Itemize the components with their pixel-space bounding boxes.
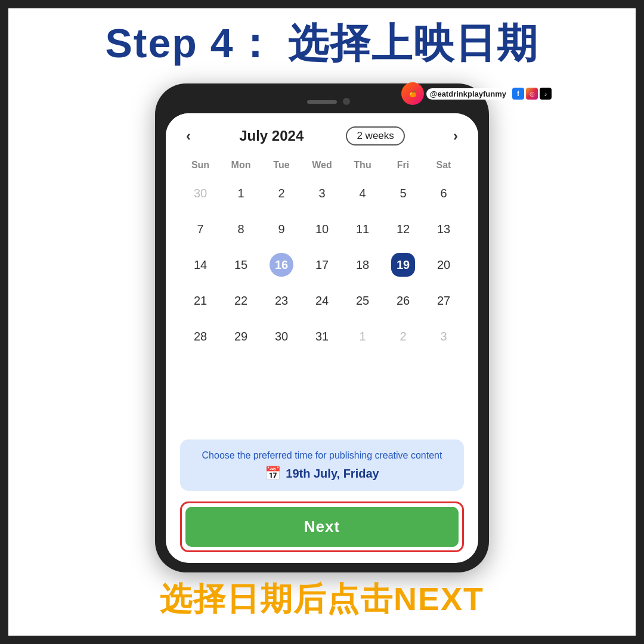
calendar-day-30-prev[interactable]: 30 [180,177,221,210]
social-badge: 🍊 @eatdrinkplayfunmy f ◎ ♪ [401,82,552,105]
calendar-day-13[interactable]: 13 [423,212,464,246]
calendar-day-2-next[interactable]: 2 [383,320,423,353]
calendar-day-14[interactable]: 14 [180,248,221,281]
calendar-day-18[interactable]: 18 [342,248,383,281]
calendar-day-21[interactable]: 21 [180,284,221,317]
calendar-day-10[interactable]: 10 [302,212,342,246]
calendar-day-11[interactable]: 11 [342,212,383,246]
calendar-icon: 📅 [265,466,281,481]
weekday-mon: Mon [221,157,261,173]
social-handle: @eatdrinkplayfunmy [426,88,510,100]
calendar-day-3[interactable]: 3 [302,177,342,210]
calendar-day-2[interactable]: 2 [261,177,302,210]
calendar-day-3-next[interactable]: 3 [423,320,464,353]
info-box: Choose the preferred time for publishing… [180,439,464,491]
page-title: Step 4： 选择上映日期 [0,17,644,71]
social-icons: f ◎ ♪ [512,88,552,100]
weekday-wed: Wed [302,157,342,173]
weekday-sun: Sun [180,157,221,173]
tiktok-icon: ♪ [540,88,552,100]
next-button-area: Next [180,501,464,552]
calendar-day-16-selected[interactable]: 16 [261,248,302,281]
weekdays-row: Sun Mon Tue Wed Thu Fri Sat [180,157,464,173]
phone-screen: ‹ July 2024 2 weeks › Sun Mon Tue Wed Th… [166,113,478,563]
calendar-day-8[interactable]: 8 [221,212,261,246]
calendar-container: ‹ July 2024 2 weeks › Sun Mon Tue Wed Th… [166,113,478,434]
weekday-tue: Tue [261,157,302,173]
calendar-day-26[interactable]: 26 [383,284,423,317]
calendar-day-29[interactable]: 29 [221,320,261,353]
calendar-month: July 2024 [239,128,304,144]
calendar-grid: Sun Mon Tue Wed Thu Fri Sat 30 1 2 3 4 5 [180,157,464,353]
calendar-day-23[interactable]: 23 [261,284,302,317]
phone-camera [343,98,350,105]
calendar-day-15[interactable]: 15 [221,248,261,281]
info-box-date: 📅 19th July, Friday [192,466,452,481]
prev-month-button[interactable]: ‹ [180,125,197,147]
calendar-header: ‹ July 2024 2 weeks › [180,125,464,147]
page-subtitle: 选择日期后点击NEXT [0,578,644,621]
calendar-day-9[interactable]: 9 [261,212,302,246]
calendar-day-7[interactable]: 7 [180,212,221,246]
calendar-day-25[interactable]: 25 [342,284,383,317]
calendar-day-19-selected[interactable]: 19 [383,248,423,281]
weekday-thu: Thu [342,157,383,173]
weekday-sat: Sat [423,157,464,173]
facebook-icon: f [512,88,524,100]
phone-mockup: ‹ July 2024 2 weeks › Sun Mon Tue Wed Th… [155,83,489,572]
calendar-day-1[interactable]: 1 [221,177,261,210]
weekday-fri: Fri [383,157,423,173]
calendar-day-1-next[interactable]: 1 [342,320,383,353]
calendar-day-31[interactable]: 31 [302,320,342,353]
info-box-title: Choose the preferred time for publishing… [192,449,452,462]
calendar-day-24[interactable]: 24 [302,284,342,317]
next-button[interactable]: Next [185,507,459,547]
calendar-day-22[interactable]: 22 [221,284,261,317]
calendar-day-17[interactable]: 17 [302,248,342,281]
week-toggle-button[interactable]: 2 weeks [346,126,404,145]
calendar-days: 30 1 2 3 4 5 6 7 8 9 10 11 12 13 14 [180,177,464,353]
phone-speaker [307,100,337,104]
selected-date-label: 19th July, Friday [286,467,379,481]
calendar-day-20[interactable]: 20 [423,248,464,281]
instagram-icon: ◎ [526,88,538,100]
next-month-button[interactable]: › [447,125,464,147]
calendar-day-30[interactable]: 30 [261,320,302,353]
calendar-day-6[interactable]: 6 [423,177,464,210]
calendar-day-28[interactable]: 28 [180,320,221,353]
phone-notch [283,94,361,110]
calendar-day-27[interactable]: 27 [423,284,464,317]
calendar-day-4[interactable]: 4 [342,177,383,210]
calendar-day-12[interactable]: 12 [383,212,423,246]
social-avatar: 🍊 [401,82,424,105]
calendar-day-5[interactable]: 5 [383,177,423,210]
